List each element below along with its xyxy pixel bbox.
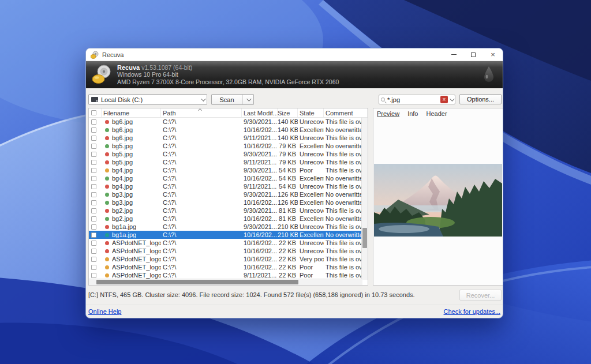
horizontal-scrollbar[interactable]: [89, 279, 362, 285]
recover-button[interactable]: Recover...: [459, 290, 502, 301]
row-checkbox[interactable]: [89, 158, 102, 166]
row-checkbox[interactable]: [89, 231, 102, 239]
row-checkbox[interactable]: [89, 239, 102, 247]
table-row[interactable]: ASPdotNET_logo.jpgC:\?\10/16/202...22 KB…: [89, 255, 368, 263]
scan-dropdown-button[interactable]: [242, 94, 254, 105]
recuva-logo-icon: [92, 64, 113, 86]
row-checkbox[interactable]: [89, 263, 102, 271]
checkbox-icon: [91, 184, 96, 189]
column-header-state[interactable]: State: [298, 108, 324, 117]
checkbox-icon: [91, 168, 96, 173]
table-row[interactable]: bg6.jpgC:\?\9/30/2021...140 KBUnrecove..…: [89, 118, 368, 126]
file-modified-cell: 9/30/2021...: [242, 190, 278, 198]
table-row[interactable]: bg4.jpgC:\?\9/30/2021...54 KBPoorThis fi…: [89, 166, 368, 174]
file-modified-cell: 9/30/2021...: [242, 150, 278, 158]
tab-info[interactable]: Info: [407, 110, 418, 118]
table-row[interactable]: bg4.jpgC:\?\9/11/2021...54 KBUnrecove...…: [89, 182, 368, 190]
table-row[interactable]: ASPdotNET_logo.jpgC:\?\10/16/202...22 KB…: [89, 247, 368, 255]
file-modified-cell: 10/16/202...: [242, 174, 278, 182]
row-checkbox[interactable]: [89, 207, 102, 215]
recover-button-label: Recover...: [466, 292, 495, 299]
close-button[interactable]: ×: [483, 48, 503, 61]
row-checkbox[interactable]: [89, 255, 102, 263]
window-title: Recuva: [102, 51, 124, 58]
row-checkbox[interactable]: [89, 223, 102, 231]
row-checkbox[interactable]: [89, 118, 102, 126]
checkbox-icon: [91, 136, 96, 141]
file-name-cell: bg1a.jpg: [102, 223, 161, 231]
row-checkbox[interactable]: [89, 182, 102, 190]
table-row[interactable]: ASPdotNET_logo.jpgC:\?\10/16/202...22 KB…: [89, 239, 368, 247]
column-header-size[interactable]: Size: [278, 108, 298, 117]
state-dot-icon: [105, 128, 109, 132]
file-name-cell: bg3.jpg: [102, 198, 161, 207]
column-header-comment[interactable]: Comment: [324, 108, 368, 117]
row-checkbox[interactable]: [89, 271, 102, 279]
table-row[interactable]: bg4.jpgC:\?\10/16/202...54 KBExcellentNo…: [89, 174, 368, 182]
select-all-checkbox[interactable]: [89, 108, 102, 117]
file-state-cell: Excellent: [298, 142, 324, 150]
column-header-filename[interactable]: Filename: [102, 108, 161, 117]
table-row[interactable]: bg3.jpgC:\?\10/16/202...126 KBExcellentN…: [89, 198, 368, 207]
file-state-cell: Excellent: [298, 190, 324, 198]
row-checkbox[interactable]: [89, 166, 102, 174]
checkbox-icon: [91, 152, 96, 157]
droplet-icon: [483, 66, 495, 84]
vertical-scrollbar-thumb[interactable]: [362, 228, 367, 248]
state-dot-icon: [105, 217, 109, 221]
horizontal-scrollbar-thumb[interactable]: [96, 280, 298, 284]
table-row[interactable]: bg6.jpgC:\?\10/16/202...140 KBExcellentN…: [89, 126, 368, 134]
row-checkbox[interactable]: [89, 134, 102, 142]
table-row[interactable]: ASPdotNET_logo.jpgC:\?\10/16/202...22 KB…: [89, 263, 368, 271]
maximize-button[interactable]: [463, 48, 483, 61]
file-state-cell: Excellent: [298, 231, 324, 239]
row-checkbox[interactable]: [89, 190, 102, 198]
tab-preview[interactable]: Preview: [377, 110, 399, 118]
chevron-down-icon[interactable]: [450, 96, 454, 101]
file-name-cell: bg6.jpg: [102, 118, 161, 126]
row-checkbox[interactable]: [89, 150, 102, 158]
row-checkbox[interactable]: [89, 247, 102, 255]
minimize-button[interactable]: [444, 48, 463, 61]
column-header-last-modif-[interactable]: Last Modif...: [242, 108, 278, 117]
options-button[interactable]: Options...: [459, 94, 502, 104]
table-row[interactable]: bg1a.jpgC:\?\9/30/2021...210 KBUnrecove.…: [89, 223, 368, 231]
file-modified-cell: 10/16/202...: [242, 263, 278, 271]
table-row[interactable]: bg6.jpgC:\?\9/11/2021...140 KBUnrecove..…: [89, 134, 368, 142]
file-size-cell: 79 KB: [278, 158, 298, 166]
scan-button[interactable]: Scan: [211, 94, 242, 105]
tab-header[interactable]: Header: [426, 110, 447, 118]
table-row[interactable]: ASPdotNET_logo.jpgC:\?\9/11/2021...22 KB…: [89, 271, 368, 279]
file-size-cell: 140 KB: [278, 118, 298, 126]
row-checkbox[interactable]: [89, 174, 102, 182]
row-checkbox[interactable]: [89, 126, 102, 134]
online-help-link[interactable]: Online Help: [88, 308, 121, 318]
banner-line-1: Recuva v1.53.1087 (64-bit): [117, 64, 339, 72]
file-path-cell: C:\?\: [161, 182, 242, 190]
vertical-scrollbar[interactable]: [361, 118, 368, 280]
row-checkbox[interactable]: [89, 142, 102, 150]
file-size-cell: 22 KB: [278, 263, 298, 271]
file-size-cell: 210 KB: [278, 223, 298, 231]
file-name-cell: ASPdotNET_logo.jpg: [102, 271, 161, 279]
check-updates-link[interactable]: Check for updates...: [444, 308, 500, 318]
table-row[interactable]: bg5.jpgC:\?\9/11/2021...79 KBUnrecove...…: [89, 158, 368, 166]
file-modified-cell: 9/30/2021...: [242, 223, 278, 231]
table-row[interactable]: bg5.jpgC:\?\10/16/202...79 KBExcellentNo…: [89, 142, 368, 150]
file-name-cell: bg5.jpg: [102, 142, 161, 150]
table-row[interactable]: bg2.jpgC:\?\9/30/2021...81 KBUnrecove...…: [89, 207, 368, 215]
row-checkbox[interactable]: [89, 215, 102, 223]
table-row[interactable]: bg1a.jpgC:\?\10/16/202...210 KBExcellent…: [89, 231, 368, 239]
table-row[interactable]: bg3.jpgC:\?\9/30/2021...126 KBExcellentN…: [89, 190, 368, 198]
file-state-cell: Unrecove...: [298, 134, 324, 142]
table-row[interactable]: bg2.jpgC:\?\10/16/202...81 KBExcellentNo…: [89, 215, 368, 223]
state-dot-icon: [105, 233, 109, 237]
clear-filter-icon[interactable]: ×: [440, 96, 448, 103]
file-state-cell: Unrecove...: [298, 247, 324, 255]
table-row[interactable]: bg5.jpgC:\?\9/30/2021...79 KBUnrecove...…: [89, 150, 368, 158]
recuva-app-icon: [91, 51, 99, 59]
drive-select-dropdown[interactable]: Local Disk (C:): [88, 94, 207, 105]
status-bar: [C:] NTFS, 465 GB. Cluster size: 4096. F…: [88, 291, 452, 299]
filter-input[interactable]: [387, 96, 440, 103]
row-checkbox[interactable]: [89, 198, 102, 207]
